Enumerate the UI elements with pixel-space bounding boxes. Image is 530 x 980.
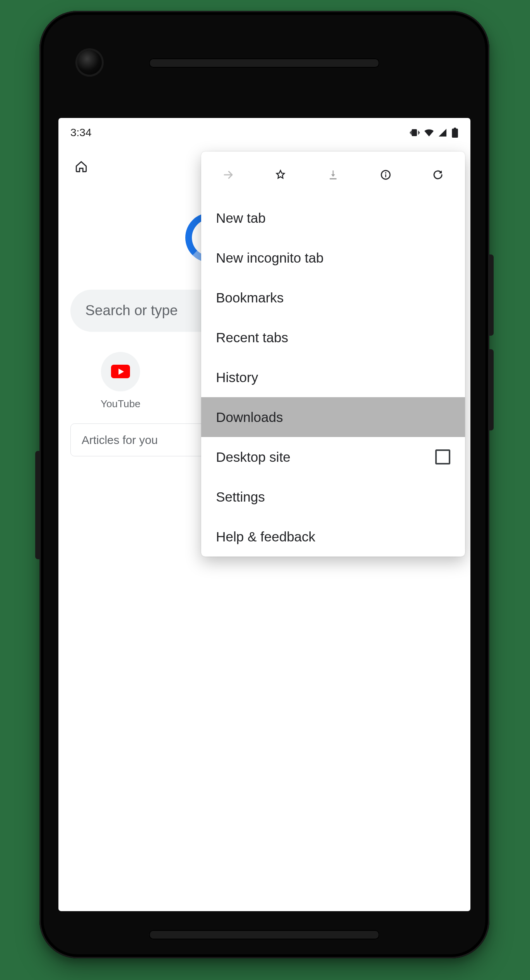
battery-icon <box>451 128 458 138</box>
menu-item-settings[interactable]: Settings <box>201 477 465 517</box>
menu-item-label: New incognito tab <box>216 250 323 266</box>
menu-item-label: Downloads <box>216 410 283 425</box>
download-icon[interactable] <box>320 161 347 188</box>
svg-rect-3 <box>385 174 386 177</box>
phone-screen: 3:34 <box>58 118 471 911</box>
menu-item-help-feedback[interactable]: Help & feedback <box>201 517 465 557</box>
articles-label: Articles for you <box>82 434 158 446</box>
desktop-site-checkbox[interactable] <box>435 449 450 464</box>
home-button[interactable] <box>67 152 96 181</box>
menu-item-new-tab[interactable]: New tab <box>201 198 465 238</box>
overflow-menu: New tabNew incognito tabBookmarksRecent … <box>201 152 465 557</box>
menu-item-label: Help & feedback <box>216 529 315 545</box>
status-bar: 3:34 <box>58 118 471 148</box>
status-time: 3:34 <box>70 126 92 139</box>
shortcut-label: YouTube <box>80 398 161 410</box>
menu-item-new-incognito-tab[interactable]: New incognito tab <box>201 238 465 278</box>
menu-icon-row <box>201 152 465 198</box>
svg-point-2 <box>385 172 386 174</box>
menu-item-label: Bookmarks <box>216 290 284 306</box>
menu-item-label: New tab <box>216 210 265 226</box>
search-placeholder: Search or type <box>85 302 178 319</box>
phone-side-button <box>488 254 494 336</box>
menu-item-bookmarks[interactable]: Bookmarks <box>201 278 465 318</box>
phone-side-button <box>488 349 494 430</box>
phone-frame: 3:34 <box>39 11 490 958</box>
star-icon[interactable] <box>267 161 294 188</box>
wifi-icon <box>424 128 434 138</box>
menu-item-recent-tabs[interactable]: Recent tabs <box>201 318 465 357</box>
menu-item-label: Desktop site <box>216 449 291 465</box>
vibrate-icon <box>409 127 420 138</box>
refresh-icon[interactable] <box>424 161 451 188</box>
menu-item-downloads[interactable]: Downloads <box>201 397 465 437</box>
menu-item-label: Settings <box>216 489 265 505</box>
svg-rect-0 <box>330 178 337 179</box>
articles-for-you-card[interactable]: Articles for you <box>70 423 219 456</box>
menu-item-history[interactable]: History <box>201 357 465 397</box>
info-icon[interactable] <box>372 161 399 188</box>
forward-icon[interactable] <box>215 161 242 188</box>
menu-item-label: History <box>216 370 258 385</box>
phone-camera <box>77 50 102 75</box>
phone-side-button <box>35 451 41 559</box>
device-mockup: 3:34 <box>0 0 530 980</box>
shortcut-youtube[interactable]: YouTube <box>80 352 161 410</box>
signal-icon <box>438 128 447 137</box>
menu-item-label: Recent tabs <box>216 330 288 345</box>
menu-item-desktop-site[interactable]: Desktop site <box>201 437 465 477</box>
youtube-icon <box>101 352 140 391</box>
